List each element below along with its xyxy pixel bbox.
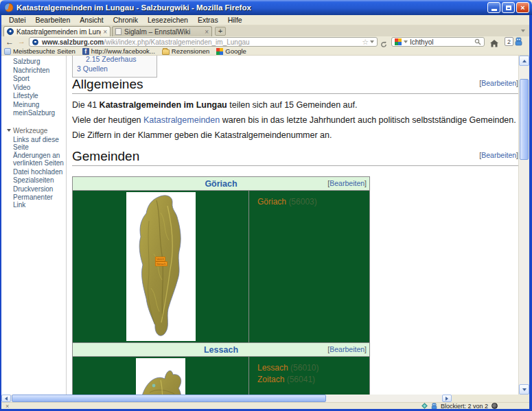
bookmark-folder-rezensionen[interactable]: Rezensionen [162,47,213,55]
sidebar-item-video[interactable]: Video [13,84,66,92]
wiki-sidebar: Salzburg Nachrichten Sport Video Lifesty… [1,56,67,395]
scroll-up-icon[interactable] [519,56,529,66]
page-favicon [115,28,122,35]
statusbar-close-icon[interactable]: × [5,403,9,409]
sidebar-item-sport[interactable]: Sport [13,75,66,83]
article-area: 2.15 Zederhaus 3 Quellen Allgemeines [Be… [67,56,518,395]
facebook-icon: f [82,48,89,55]
menu-ansicht[interactable]: Ansicht [75,16,108,24]
forward-button[interactable]: → [18,37,25,45]
kg-link[interactable]: Göriach [257,197,286,207]
extension-robot-icon[interactable] [515,37,522,46]
katastralgemeinden-link[interactable]: Katastralgemeinden [143,115,220,125]
sidebar-item-aenderungen[interactable]: Änderungen an verlinkten Seiten [13,152,66,167]
bookmark-star-icon[interactable]: ☆ [362,38,369,47]
tab-close-icon[interactable]: × [205,28,209,36]
search-bar[interactable]: Ichthyol [391,37,485,47]
gemeinde-link-goeriach[interactable]: Göriach [205,179,237,189]
sidebar-item-permanenter-link[interactable]: Permanenter Link [13,193,66,209]
tabbar: Katastralgemeinden im Lungau – Salzbur..… [1,25,529,36]
extension-badge[interactable]: 2 [505,37,513,46]
menu-lesezeichen[interactable]: Lesezeichen [143,16,193,24]
google-icon [216,48,223,55]
search-input[interactable]: Ichthyol [410,38,472,46]
list-all-tabs-icon[interactable] [521,30,525,32]
kg-link[interactable]: Zoitach [257,375,284,384]
tab-active-label: Katastralgemeinden im Lungau – Salzbur..… [16,28,101,36]
map-cell-lessach [73,357,249,395]
window-border [529,15,532,411]
bookmark-facebook[interactable]: f http://www.facebook... [82,47,159,55]
map-image-lessach[interactable] [136,358,185,395]
edit-section-link: [Bearbeiten] [479,151,518,159]
paragraph-3: Die Ziffern in der Klammer geben die Kat… [72,130,518,141]
firefox-window: Katastralgemeinden im Lungau - Salzburgw… [0,0,532,411]
table-header-goeriach: Göriach [Bearbeiten] [73,177,370,191]
search-engine-dropdown-icon[interactable] [404,40,408,43]
sidebar-item-salzburg[interactable]: Salzburg [13,58,66,66]
maximize-button[interactable] [502,2,515,13]
edit-section-link: [Bearbeiten] [327,179,367,187]
menu-extras[interactable]: Extras [193,16,223,24]
bearbeiten-link[interactable]: Bearbeiten [481,151,516,159]
sidebar-item-lifestyle[interactable]: Lifestyle [13,92,66,100]
gemeinde-link-lessach[interactable]: Lessach [204,345,238,355]
bearbeiten-link[interactable]: Bearbeiten [329,179,365,187]
sidebar-item-datei-hochladen[interactable]: Datei hochladen [13,168,66,176]
menubar: Datei Bearbeiten Ansicht Chronik Lesezei… [1,15,529,25]
url-path: /wiki/index.php/Katastralgemeinden_im_Lu… [104,38,360,46]
sidebar-item-druckversion[interactable]: Druckversion [13,185,66,193]
bookmark-most-visited[interactable]: Meistbesuchte Seiten [4,47,80,55]
menu-bearbeiten[interactable]: Bearbeiten [31,16,76,24]
close-button[interactable]: × [516,2,529,13]
section-heading-allgemeines: Allgemeines [Bearbeiten] [72,77,518,94]
sidebar-item-links-auf-diese-seite[interactable]: Links auf diese Seite [13,136,66,151]
tab-inactive[interactable]: Siglalm – EnnstalWiki × [112,26,212,36]
paragraph-2: Viele der heutigen Katastralgemeinden wa… [72,115,518,126]
bearbeiten-link[interactable]: Bearbeiten [481,79,516,87]
tab-active[interactable]: Katastralgemeinden im Lungau – Salzbur..… [3,26,111,36]
robot-status-icon[interactable] [431,403,437,410]
scroll-down-icon[interactable] [519,384,529,395]
folder-icon [162,49,170,55]
back-button[interactable]: ← [5,37,14,47]
map-image-goeriach[interactable]: 56003 Göriach [126,192,196,341]
horizontal-scrollbar[interactable] [1,395,452,402]
menu-chronik[interactable]: Chronik [108,16,143,24]
gem-status-icon[interactable] [421,403,428,409]
edit-section-link: [Bearbeiten] [327,345,367,353]
vertical-scrollbar-thumb[interactable] [520,79,529,160]
kg-link[interactable]: Lessach [257,363,288,373]
minimize-button[interactable] [487,2,500,13]
menu-hilfe[interactable]: Hilfe [223,16,247,24]
sidebar-item-meinung[interactable]: Meinung [13,101,66,109]
blocked-status-link[interactable]: Blockiert: 2 von 2 [441,403,488,410]
sidebar-item-spezialseiten[interactable]: Spezialseiten [13,176,66,184]
kg-list-goeriach: Göriach (56003) [249,191,370,343]
url-dropdown-icon[interactable] [370,40,374,43]
titlebar: Katastralgemeinden im Lungau - Salzburgw… [0,0,532,15]
gemeinden-table: Göriach [Bearbeiten] [72,176,370,395]
sidebar-item-nachrichten[interactable]: Nachrichten [13,67,66,75]
bearbeiten-link[interactable]: Bearbeiten [329,345,365,353]
firefox-icon [4,3,14,12]
menu-datei[interactable]: Datei [4,16,31,24]
tab-inactive-label: Siglalm – EnnstalWiki [124,28,203,36]
site-favicon [32,39,38,45]
site-favicon [7,28,14,35]
search-magnifier-icon[interactable] [474,38,481,45]
horizontal-scrollbar-thumb[interactable] [12,395,326,402]
bookmark-google[interactable]: Google [216,47,251,55]
sidebar-tools-header[interactable]: Werkzeuge [7,127,66,134]
new-tab-button[interactable]: + [215,27,226,36]
scroll-left-icon[interactable] [1,395,11,402]
url-bar[interactable]: www.salzburg.com /wiki/index.php/Katastr… [29,37,378,47]
edit-section-link: [Bearbeiten] [479,79,518,87]
vertical-scrollbar[interactable] [518,56,529,395]
adblock-status-icon[interactable] [491,403,498,409]
sidebar-item-meinsalzburg[interactable]: meinSalzburg [13,109,66,117]
tab-close-icon[interactable]: × [103,28,107,36]
scrollbar-corner [452,395,529,402]
paragraph-1: Die 41 Katastralgemeinden im Lungau teil… [72,100,518,110]
scroll-right-icon[interactable] [442,395,452,402]
